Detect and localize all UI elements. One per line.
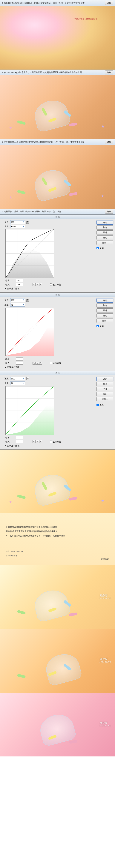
eyedropper-gray-icon[interactable]: ✎ <box>36 362 39 365</box>
scroll-shape <box>17 190 26 194</box>
output-label: 输出: <box>5 279 10 282</box>
preview-checkbox[interactable] <box>97 247 99 249</box>
jar-shape <box>43 651 83 686</box>
jar-shape <box>31 471 71 507</box>
photo-final-2: 我曾经ICEART.ME <box>0 629 115 693</box>
curves-dialog-rgb: 曲线 预设: 自定 ☰ 通道: RGB 输出: <box>0 214 115 292</box>
dialog-title: 曲线 <box>0 215 115 219</box>
scroll-shape <box>69 612 78 616</box>
smooth-button[interactable]: 平滑 <box>97 230 113 235</box>
step-6-bar: 6. 使用橡皮擦工具 选择硬度为0%的画笔,对模糊副本层部分进行擦拭 不过不要擦… <box>0 139 115 145</box>
ok-button[interactable]: 确定 <box>97 220 113 225</box>
curve-options-toggle[interactable]: ▸ 曲线显示选项 <box>5 444 20 447</box>
preset-menu-icon[interactable]: ☰ <box>26 299 29 302</box>
scroll-shape <box>69 192 78 196</box>
credit-source: 转载：www.iceart.me <box>6 550 109 554</box>
watermark: 我曾经ICEART.ME <box>100 721 111 726</box>
jar-shape <box>31 166 71 202</box>
show-clipping-checkbox[interactable] <box>50 283 52 286</box>
auto-button[interactable]: 自动 <box>97 313 113 318</box>
step-5-detail-button[interactable]: 详细 <box>105 70 113 74</box>
jar-shape <box>31 97 71 133</box>
channel-select-green[interactable]: 绿 <box>10 381 25 385</box>
input-label: 输入: <box>5 362 10 365</box>
dialog-title: 曲线 <box>0 371 115 375</box>
curve-graph-rgb[interactable] <box>5 229 54 278</box>
step-4-bar: 4. 将拍摄的照片用photoshop打开，对图层做复制图层，滤镜 - 模糊 -… <box>0 0 115 6</box>
curve-options-toggle[interactable]: ▸ 曲线显示选项 <box>5 366 20 369</box>
cancel-button[interactable]: 取消 <box>97 225 113 230</box>
curves-dialog-green: 曲线 预设: 自定 ☰ 通道: 绿 输出: <box>0 371 115 450</box>
ok-button[interactable]: 确定 <box>97 377 113 381</box>
star-shape <box>101 125 104 128</box>
eyedropper-white-icon[interactable]: ✎ <box>39 362 42 365</box>
input-field-green[interactable] <box>16 440 23 443</box>
conclusion-line1: 好的后期成果都是通过大量重复的实事来调和最佳的效果！ <box>6 525 109 529</box>
output-field-rgb[interactable] <box>16 279 23 282</box>
output-label: 输出: <box>5 436 10 439</box>
scroll-shape <box>17 120 26 125</box>
show-clipping-checkbox[interactable] <box>50 362 52 364</box>
step-7-detail-button[interactable]: 详细 <box>105 210 113 214</box>
photo-step6 <box>0 145 115 209</box>
preset-menu-icon[interactable]: ☰ <box>26 377 29 380</box>
input-field-red[interactable] <box>16 362 23 365</box>
eyedropper-gray-icon[interactable]: ✎ <box>36 440 39 443</box>
preset-select[interactable]: 自定 <box>10 377 25 380</box>
conclusion-text-block: 好的后期成果都是通过大量重复的实事来调和最佳的效果！ 调整后 往上面上面大量应用… <box>0 513 115 565</box>
cancel-button[interactable]: 取消 <box>97 303 113 308</box>
channel-select-red[interactable]: 红 <box>10 303 25 307</box>
show-clipping-label: 显示修剪 <box>53 283 61 286</box>
preview-checkbox[interactable] <box>97 404 99 406</box>
conclusion-line2: 调整后 往上面上面大量应用练习实现这类超赞的效果哦！ <box>6 529 109 533</box>
output-field-red[interactable] <box>16 358 23 361</box>
photo-step4-blurred: 半径9.0像素，效果就这个了 <box>0 6 115 69</box>
eyedropper-black-icon[interactable]: ✎ <box>33 283 36 286</box>
preview-label: 预览 <box>100 325 104 328</box>
options-button[interactable]: 选项... <box>97 241 113 245</box>
preset-label: 预设: <box>2 377 9 380</box>
curve-graph-red[interactable] <box>5 308 54 356</box>
curve-options-toggle[interactable]: ▸ 曲线显示选项 <box>5 287 20 290</box>
step-4-text: 4. 将拍摄的照片用photoshop打开，对图层做复制图层，滤镜 - 模糊 -… <box>2 1 105 4</box>
eyedropper-gray-icon[interactable]: ✎ <box>36 283 39 286</box>
watermark: 我曾经ICEART.ME <box>100 594 111 599</box>
channel-select-rgb[interactable]: RGB <box>10 225 25 228</box>
step-5-bar: 5. 在command+j 复制背景层，对图层做背景 把复制的背景层加蒙版到高斯… <box>0 69 115 75</box>
step-7-text: 7. 选择图像 - 调整 - 曲线 (快捷ctrl+m)调整，曲线 补给红色，绿… <box>2 210 105 213</box>
smooth-button[interactable]: 平滑 <box>97 387 113 391</box>
show-clipping-label: 显示修剪 <box>53 440 61 443</box>
cancel-button[interactable]: 取消 <box>97 382 113 386</box>
preset-select[interactable]: 自定 <box>10 220 25 224</box>
preset-menu-icon[interactable]: ☰ <box>26 221 29 224</box>
eyedropper-black-icon[interactable]: ✎ <box>33 440 36 443</box>
ok-button[interactable]: 确定 <box>97 298 113 303</box>
scroll-shape <box>69 740 78 744</box>
smooth-button[interactable]: 平滑 <box>97 308 113 313</box>
watermark: 我曾经ICEART.ME <box>100 658 111 663</box>
scroll-shape <box>69 497 78 501</box>
show-clipping-checkbox[interactable] <box>50 440 52 443</box>
options-button[interactable]: 选项... <box>97 318 113 323</box>
scroll-shape <box>17 610 26 615</box>
dialog-title: 曲线 <box>0 292 115 297</box>
eyedropper-white-icon[interactable]: ✎ <box>39 440 42 443</box>
auto-button[interactable]: 自动 <box>97 392 113 396</box>
scroll-shape <box>17 674 26 679</box>
input-field-rgb[interactable] <box>16 283 23 286</box>
channel-label: 通道: <box>2 382 9 385</box>
step-6-detail-button[interactable]: 详细 <box>105 140 113 144</box>
step-4-detail-button[interactable]: 详细 <box>105 1 113 5</box>
output-field-green[interactable] <box>16 436 23 439</box>
final-result-label: 后期成果 <box>101 556 109 561</box>
star-shape <box>101 195 104 197</box>
curve-graph-green[interactable] <box>5 386 54 435</box>
star-shape <box>101 499 104 502</box>
eyedropper-black-icon[interactable]: ✎ <box>33 362 36 365</box>
preset-select[interactable]: 自定 <box>10 298 25 302</box>
conclusion-line3: 有什么不懂的地方欢迎联系我或者留言一时间回答，加好好享受吧！ <box>6 533 109 538</box>
preview-checkbox[interactable] <box>97 325 99 327</box>
eyedropper-white-icon[interactable]: ✎ <box>39 283 42 286</box>
auto-button[interactable]: 自动 <box>97 236 113 240</box>
options-button[interactable]: 选项... <box>97 397 113 401</box>
